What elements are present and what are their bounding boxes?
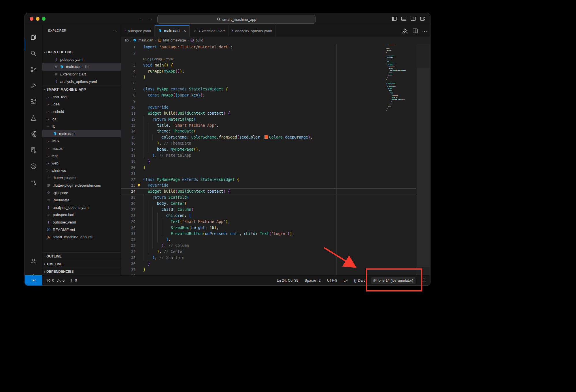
tree-item-pubspec.lock[interactable]: pubspec.lock (42, 211, 121, 219)
annotation-highlight-rectangle (366, 268, 422, 291)
cursor-position[interactable]: Ln 24, Col 39 (277, 279, 298, 283)
toggle-secondary-sidebar-icon[interactable] (410, 16, 416, 22)
tab-Extension: Dart[interactable]: Extension: Dart (190, 25, 228, 37)
eol-setting[interactable]: LF (343, 279, 348, 283)
open-editor-main.dart[interactable]: × main.dart lib (42, 63, 121, 71)
minimize-window-button[interactable] (36, 17, 39, 21)
remote-indicator[interactable]: >< (25, 275, 42, 285)
activity-github-icon[interactable] (25, 160, 42, 173)
activity-references-icon[interactable] (25, 176, 42, 189)
tree-item-windows[interactable]: ›windows (42, 167, 121, 175)
ports-indicator[interactable]: 0 (69, 278, 77, 283)
code-line-21: 21 (121, 171, 416, 177)
close-editor-icon[interactable]: × (54, 65, 58, 69)
tree-item-analysis_options.yaml[interactable]: !analysis_options.yaml (42, 204, 121, 211)
tree-item-macos[interactable]: ›macos (42, 145, 121, 152)
split-editor-icon[interactable] (412, 28, 418, 34)
nav-forward-icon[interactable]: → (148, 16, 153, 21)
tree-item-main.dart[interactable]: main.dart (42, 130, 121, 138)
line-number: 22 (121, 177, 135, 182)
breadcrumb-item[interactable]: lib (125, 38, 129, 42)
open-editor-analysis_options.yaml[interactable]: ! analysis_options.yaml (42, 78, 121, 85)
code-line-27: 27 child: Column( (121, 207, 416, 213)
command-center-search[interactable]: smart_machine_app (157, 15, 316, 24)
activity-source-control-icon[interactable] (25, 63, 42, 76)
code-line-16: 16 ), // ThemeData (121, 140, 416, 146)
tree-item-linux[interactable]: ›linux (42, 137, 121, 145)
tree-item-smart_machine_app.iml[interactable]: smart_machine_app.iml (42, 233, 121, 241)
encoding-setting[interactable]: UTF-8 (327, 279, 337, 283)
activity-flutter-icon[interactable] (25, 127, 42, 141)
indentation-setting[interactable]: Spaces: 2 (305, 279, 321, 283)
tree-item-.metadata[interactable]: .metadata (42, 196, 121, 204)
line-number: 7 (121, 87, 135, 91)
language-mode[interactable]: {} Dart (354, 279, 365, 283)
activity-run-and-debug-icon[interactable] (25, 79, 42, 92)
activity-accounts-icon[interactable] (25, 254, 42, 268)
color-swatch-deepOrange (265, 135, 268, 139)
tree-item-.gitignore[interactable]: .gitignore (42, 189, 121, 196)
open-editors-section-header[interactable]: ›OPEN EDITORS (42, 48, 121, 56)
activity-extensions-icon[interactable] (25, 95, 42, 108)
toggle-primary-sidebar-icon[interactable] (391, 16, 397, 22)
code-line-23: 23 @override (121, 182, 416, 188)
tab-pubspec.yaml[interactable]: ! pubspec.yaml (121, 25, 155, 37)
breadcrumb[interactable]: lib›main.dart›MyHomePage›build (121, 37, 430, 44)
rss-icon (46, 235, 51, 239)
zoom-window-button[interactable] (42, 17, 46, 21)
code-line-11: 11 Widget build(BuildContext context) { (121, 110, 416, 116)
dart-icon (133, 38, 137, 42)
breadcrumb-item[interactable]: main.dart (138, 38, 153, 42)
tree-item-.flutter-plugins-dependencies[interactable]: .flutter-plugins-dependencies (42, 182, 121, 189)
breadcrumb-separator: › (187, 38, 189, 43)
line-number: 13 (121, 123, 135, 128)
activity-testing-icon[interactable] (25, 111, 42, 124)
tree-item-pubspec.yaml[interactable]: !pubspec.yaml (42, 219, 121, 226)
problems-indicator[interactable]: 0 0 (47, 279, 65, 283)
toggle-panel-icon[interactable] (401, 16, 407, 22)
line-number: 4 (121, 69, 135, 73)
line-number: 8 (121, 93, 135, 97)
section-dependencies[interactable]: ›DEPENDENCIES (42, 268, 121, 275)
tree-item-test[interactable]: ›test (42, 152, 121, 160)
tree-item-.idea[interactable]: ›.idea (42, 101, 121, 108)
yaml-warning-icon: ! (54, 57, 58, 62)
activity-search-icon[interactable] (25, 47, 42, 60)
code-editor[interactable]: 1import 'package:flutter/material.dart';… (121, 44, 416, 275)
nav-back-icon[interactable]: ← (139, 16, 143, 21)
lightbulb-icon[interactable] (137, 183, 141, 188)
tab-analysis_options.yaml[interactable]: ! analysis_options.yaml (228, 25, 276, 37)
activity-project-tool-icon[interactable] (25, 143, 42, 157)
project-section-header[interactable]: ›SMART_MACHINE_APP (42, 86, 121, 93)
tree-item-android[interactable]: ›android (42, 108, 121, 115)
explorer-more-actions-icon[interactable]: ··· (113, 28, 118, 33)
tree-item-.dart_tool[interactable]: ›.dart_tool (42, 93, 121, 101)
tab-main.dart[interactable]: main.dart × (155, 25, 190, 37)
close-window-button[interactable] (30, 17, 33, 21)
open-editor-Extension: Dart[interactable]: Extension: Dart (42, 71, 121, 78)
open-editor-pubspec.yaml[interactable]: ! pubspec.yaml (42, 56, 121, 63)
activity-explorer-icon[interactable] (25, 31, 42, 44)
tree-item-README.md[interactable]: README.md (42, 226, 121, 233)
codelens-run-debug-profile[interactable]: Run | Debug | Profile (135, 57, 174, 61)
line-number: 30 (121, 226, 135, 230)
notifications-bell-icon[interactable] (422, 278, 426, 283)
line-number: 31 (121, 232, 135, 236)
run-or-debug-icon[interactable] (402, 28, 408, 34)
customize-layout-icon[interactable] (420, 16, 426, 22)
breadcrumb-separator: › (155, 38, 156, 43)
editor-scrollbar[interactable] (416, 44, 430, 275)
editor-group: ! pubspec.yaml main.dart × Extension: Da… (121, 25, 430, 275)
tree-item-.flutter-plugins[interactable]: .flutter-plugins (42, 174, 121, 182)
close-tab-icon[interactable]: × (184, 29, 186, 33)
breadcrumb-item[interactable]: MyHomePage (163, 38, 186, 42)
tree-item-ios[interactable]: ›ios (42, 115, 121, 123)
tree-item-web[interactable]: ›web (42, 160, 121, 167)
minimap[interactable] (386, 44, 407, 275)
tree-item-lib[interactable]: ›lib (42, 123, 121, 130)
section-timeline[interactable]: ›TIMELINE (42, 260, 121, 268)
more-actions-icon[interactable]: ··· (422, 29, 427, 33)
code-line-26: 26 body: Center( (121, 200, 416, 207)
breadcrumb-item[interactable]: build (196, 38, 203, 42)
section-outline[interactable]: ›OUTLINE (42, 252, 121, 260)
